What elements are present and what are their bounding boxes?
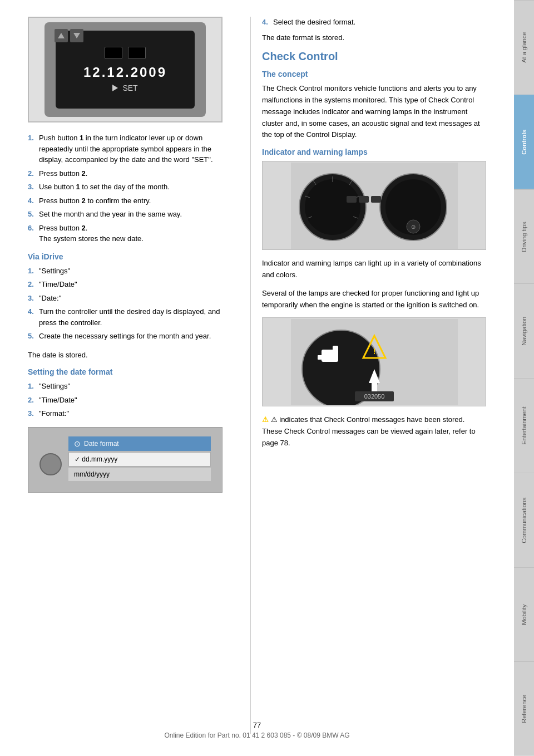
- footer-text: Online Edition for Part no. 01 41 2 603 …: [0, 732, 514, 739]
- step-text: Press button 2 to confirm the entry.: [39, 195, 222, 207]
- step-text: Push button 1 in the turn indicator leve…: [39, 132, 222, 165]
- step-text: "Format:": [39, 408, 222, 419]
- sidebar-tab-driving-tips[interactable]: Driving tips: [514, 189, 534, 284]
- step-text: Press button 2.: [39, 168, 222, 179]
- svg-rect-25: [372, 383, 377, 391]
- step-num: 3.: [28, 181, 39, 193]
- sidebar-tab-navigation[interactable]: Navigation: [514, 283, 534, 378]
- step-text: Use button 1 to set the day of the month…: [39, 181, 222, 193]
- step-text: Select the desired format.: [273, 17, 486, 28]
- warning-icon-text: ⚠ ⚠ indicates that Check Control message…: [262, 414, 486, 449]
- sidebar-tab-label: Reference: [521, 695, 527, 723]
- step-num: 1.: [28, 266, 39, 277]
- step-text: Set the month and the year in the same w…: [39, 209, 222, 220]
- step-num: 2.: [28, 168, 39, 179]
- device-screen-image: 12.12.2009 SET: [28, 17, 222, 122]
- inner-screen: 12.12.2009 SET: [56, 31, 195, 109]
- date-format-option-1: ✓ dd.mm.yyyy: [68, 452, 211, 467]
- list-item: 4. Press button 2 to confirm the entry.: [28, 195, 222, 207]
- step-text: Turn the controller until the desired da…: [39, 306, 222, 328]
- svg-text:032050: 032050: [364, 393, 384, 400]
- sidebar-tab-label: Communications: [521, 497, 527, 543]
- date-format-list: 1. "Settings" 2. "Time/Date" 3. "Format:…: [28, 381, 222, 419]
- step-text: "Settings": [39, 266, 222, 277]
- main-steps-list: 1. Push button 1 in the turn indicator l…: [28, 132, 222, 244]
- sidebar-tab-label: Controls: [521, 130, 527, 155]
- indicator-text1: Indicator and warning lamps can light up…: [262, 258, 486, 281]
- sidebar-tab-communications[interactable]: Communications: [514, 473, 534, 567]
- svg-rect-21: [318, 355, 323, 360]
- warning-text: ⚠ indicates that Check Control messages …: [262, 415, 476, 447]
- oil-warning-image: ! 032050: [262, 317, 486, 406]
- via-idrive-header: Via iDrive: [28, 252, 222, 261]
- sidebar-tab-at-a-glance[interactable]: At a glance: [514, 0, 534, 95]
- screen-icon-1: [105, 47, 122, 59]
- setting-date-format-header: Setting the date format: [28, 367, 222, 376]
- screen-top-icons: [105, 47, 146, 59]
- play-icon: [112, 85, 118, 91]
- step-text: "Time/Date": [39, 395, 222, 406]
- svg-text:!: !: [373, 347, 375, 356]
- list-item: 1. "Settings": [28, 266, 222, 277]
- date-format-header-label: Date format: [84, 440, 119, 448]
- screen-set-row: SET: [112, 84, 137, 92]
- svg-rect-14: [371, 196, 381, 203]
- svg-rect-20: [333, 346, 338, 351]
- sidebar-tabs: At a glance Controls Driving tips Naviga…: [514, 0, 534, 756]
- step-num: 3.: [28, 293, 39, 304]
- step-text: "Date:": [39, 293, 222, 304]
- step-num: 2.: [28, 279, 39, 290]
- sidebar-tab-controls[interactable]: Controls: [514, 95, 534, 189]
- sidebar-tab-entertainment[interactable]: Entertainment: [514, 378, 534, 473]
- list-item: 5. Set the month and the year in the sam…: [28, 209, 222, 220]
- left-column: 12.12.2009 SET 1. Push button 1 in the t…: [28, 17, 239, 734]
- oil-svg: ! 032050: [291, 319, 458, 405]
- sidebar-tab-reference[interactable]: Reference: [514, 661, 534, 756]
- date-format-screen: ⊙ Date format ✓ dd.mm.yyyy mm/dd/yyyy: [28, 427, 222, 493]
- list-item: 6. Press button 2.The system stores the …: [28, 223, 222, 244]
- date-format-option-1-label: ✓ dd.mm.yyyy: [75, 455, 117, 463]
- screen-date: 12.12.2009: [83, 65, 167, 80]
- list-item: 3. Use button 1 to set the day of the mo…: [28, 181, 222, 193]
- list-item: 4. Select the desired format.: [262, 17, 486, 28]
- indicator-text2: Several of the lamps are checked for pro…: [262, 288, 486, 311]
- step-num: 5.: [28, 331, 39, 342]
- step-num: 3.: [28, 408, 39, 419]
- sidebar-tab-label: Driving tips: [521, 222, 527, 252]
- page-container: 12.12.2009 SET 1. Push button 1 in the t…: [0, 0, 534, 756]
- sidebar-tab-mobility[interactable]: Mobility: [514, 567, 534, 662]
- right-step4-list: 4. Select the desired format.: [262, 17, 486, 28]
- right-column: 4. Select the desired format. The date f…: [262, 17, 486, 734]
- the-concept-text: The Check Control monitors vehicle funct…: [262, 83, 486, 141]
- svg-point-2: [305, 179, 360, 235]
- step-num: 5.: [28, 209, 39, 220]
- svg-rect-12: [347, 196, 357, 203]
- footer: 77 Online Edition for Part no. 01 41 2 6…: [0, 721, 514, 739]
- step-text: "Settings": [39, 381, 222, 392]
- step-num: 1.: [28, 132, 39, 165]
- gauge-svg: ⊙: [291, 163, 458, 249]
- date-format-option-2-label: mm/dd/yyyy: [74, 470, 110, 478]
- step-num: 4.: [28, 195, 39, 207]
- date-format-header: ⊙ Date format: [68, 436, 211, 451]
- step-num: 6.: [28, 223, 39, 244]
- sidebar-tab-label: Navigation: [521, 317, 527, 346]
- list-item: 1. Push button 1 in the turn indicator l…: [28, 132, 222, 165]
- svg-rect-19: [322, 350, 338, 362]
- step-num: 4.: [28, 306, 39, 328]
- screen-icon-2: [128, 47, 146, 59]
- date-format-stored-text: The date format is stored.: [262, 32, 486, 44]
- warning-triangle-icon: ⚠: [262, 415, 269, 424]
- step-num: 2.: [28, 395, 39, 406]
- list-item: 1. "Settings": [28, 381, 222, 392]
- date-stored-text: The date is stored.: [28, 350, 222, 361]
- check-control-title: Check Control: [262, 50, 486, 63]
- svg-rect-13: [359, 196, 369, 203]
- column-divider: [250, 17, 251, 734]
- page-number: 77: [0, 721, 514, 729]
- svg-text:⊙: ⊙: [411, 224, 416, 230]
- step-text: Press button 2.The system stores the new…: [39, 223, 222, 244]
- main-content: 12.12.2009 SET 1. Push button 1 in the t…: [0, 0, 514, 756]
- step-num: 1.: [28, 381, 39, 392]
- sidebar-tab-label: Mobility: [521, 604, 527, 625]
